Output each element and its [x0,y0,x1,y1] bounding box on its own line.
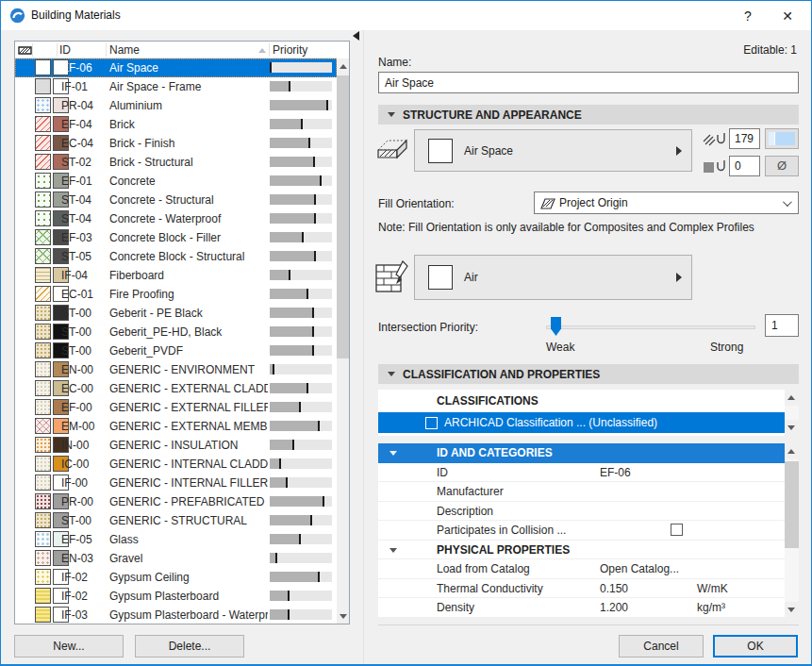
classification-checkbox[interactable] [425,417,438,429]
priority-value-input[interactable]: 1 [765,314,799,337]
scroll-up-button[interactable] [785,443,799,459]
material-row[interactable]: PR-00GENERIC - PREFABRICATED [15,492,337,511]
scrollbar-thumb[interactable] [785,461,799,548]
property-value[interactable]: 1.200 [600,601,628,614]
material-row[interactable]: ST-04Concrete - Waterproof [15,209,337,228]
property-checkbox[interactable] [671,524,683,536]
cut-fill-selector[interactable]: Air Space [414,129,692,172]
material-row[interactable]: IC-00GENERIC - INTERNAL CLADDING [15,455,337,474]
fill-pen-input[interactable]: 179 [729,128,760,149]
section-classification-properties[interactable]: CLASSIFICATION AND PROPERTIES [378,364,799,384]
property-value[interactable]: Open Catalog... [600,562,679,575]
material-row[interactable]: EF-06Air Space [15,58,337,77]
priority-bar [270,194,332,205]
name-input[interactable]: Air Space [378,72,799,93]
background-pen-input[interactable]: 0 [729,156,760,176]
column-header-id[interactable]: ID [59,43,71,57]
material-row[interactable]: EF-01Concrete [15,172,337,191]
fill-pattern-swatch [35,324,51,340]
material-row[interactable]: IF-00GENERIC - INTERNAL FILLER [15,474,337,492]
background-pen-icon [703,159,727,175]
material-row[interactable]: ST-04Concrete - Structural [15,191,337,209]
priority-bar [270,458,332,469]
material-row[interactable]: EM-00GENERIC - EXTERNAL MEMBRANE [15,417,337,436]
close-button[interactable]: ✕ [771,5,804,27]
material-row[interactable]: PR-04Aluminium [15,96,337,115]
fill-pattern-swatch [35,569,51,585]
fill-orientation-dropdown[interactable]: Project Origin [534,191,799,214]
help-button[interactable]: ? [732,5,764,27]
material-row[interactable]: ST-00GENERIC - STRUCTURAL [15,511,337,530]
material-row[interactable]: ST-02Brick - Structural [15,153,337,172]
material-row[interactable]: IF-04Fiberboard [15,266,337,285]
material-row[interactable]: EF-05Glass [15,530,337,549]
property-group-header[interactable]: PHYSICAL PROPERTIES [378,541,785,560]
material-name: Concrete - Structural [109,193,268,207]
scroll-up-button[interactable] [785,390,799,406]
material-row[interactable]: IF-03Gypsum Plasterboard - Waterproo [15,606,337,624]
material-row[interactable]: EC-01Fire Proofing [15,285,337,304]
materials-scrollbar[interactable] [337,58,350,624]
material-row[interactable]: EF-03Concrete Block - Filler [15,228,337,247]
property-row[interactable]: Description [378,502,785,522]
column-header-name[interactable]: Name [109,43,140,57]
material-row[interactable]: IN-00GENERIC - INSULATION [15,436,337,455]
material-id: ST-00 [61,514,107,527]
material-id: IF-02 [61,590,107,603]
material-row[interactable]: EF-04Brick [15,115,337,134]
material-row[interactable]: ST-00Geberit - PE Black [15,304,337,323]
material-row[interactable]: EC-04Brick - Finish [15,134,337,153]
material-row[interactable]: EN-00GENERIC - ENVIRONMENT [15,360,337,379]
scroll-down-button[interactable] [337,608,350,624]
priority-slider-track[interactable] [546,325,755,329]
material-row[interactable]: ST-00Geberit_PE-HD, Black [15,323,337,341]
archicad-logo-icon [9,8,25,24]
section-structure-appearance[interactable]: STRUCTURE AND APPEARANCE [378,105,799,125]
property-row[interactable]: Load from CatalogOpen Catalog... [378,559,785,579]
cancel-button[interactable]: Cancel [619,635,704,658]
material-name: GENERIC - ENVIRONMENT [109,363,268,376]
material-row[interactable]: EF-00GENERIC - EXTERNAL FILLER [15,398,337,417]
material-row[interactable]: IF-01Air Space - Frame [15,77,337,96]
pen-color-button[interactable] [765,128,799,149]
property-value[interactable]: EF-06 [600,466,631,479]
fill-pattern-swatch [35,342,51,358]
scroll-up-button[interactable] [337,58,350,75]
property-row[interactable]: Density1.200kg/m³ [378,598,785,618]
material-name: Concrete Block - Filler [109,231,268,244]
priority-bar [270,421,332,431]
scrollbar-thumb[interactable] [337,75,350,358]
material-row[interactable]: IF-02Gypsum Ceiling [15,568,337,587]
material-row[interactable]: EC-00GENERIC - EXTERNAL CLADDING [15,379,337,398]
properties-panel: ID AND CATEGORIESIDEF-06ManufacturerDesc… [378,443,799,618]
no-pen-button[interactable]: Ø [765,156,799,176]
section-collapse-icon [388,372,395,376]
delete-button[interactable]: Delete... [135,635,244,658]
property-row[interactable]: IDEF-06 [378,463,785,483]
scroll-down-button[interactable] [785,420,799,436]
classifications-scrollbar[interactable] [785,390,799,436]
properties-scrollbar[interactable] [785,443,799,618]
panel-splitter[interactable] [363,30,364,666]
new-button[interactable]: New... [14,635,124,658]
column-header-priority[interactable]: Priority [273,43,307,57]
collapse-panel-icon[interactable] [353,31,359,41]
priority-slider-thumb[interactable] [551,317,561,336]
surface-selector[interactable]: Air [414,255,692,300]
material-row[interactable]: ST-05Concrete Block - Structural [15,247,337,266]
material-row[interactable]: ST-00Geberit_PVDF [15,341,337,360]
materials-list-header[interactable]: ID Name Priority [15,42,337,58]
ok-button[interactable]: OK [713,635,798,658]
material-name: Gravel [109,552,268,565]
material-name: Gypsum Ceiling [109,571,268,584]
property-group-header[interactable]: ID AND CATEGORIES [378,443,785,463]
scroll-down-button[interactable] [785,602,799,618]
property-value[interactable]: 0.150 [600,582,628,595]
material-row[interactable]: IF-02Gypsum Plasterboard [15,587,337,606]
material-row[interactable]: EN-03Gravel [15,549,337,568]
fill-pattern-swatch [35,286,51,302]
property-row[interactable]: Participates in Collision ... [378,521,785,541]
property-row[interactable]: Thermal Conductivity0.150W/mK [378,579,785,599]
property-row[interactable]: Manufacturer [378,482,785,502]
classification-row[interactable]: ARCHICAD Classification ... (Unclassifie… [378,412,785,433]
